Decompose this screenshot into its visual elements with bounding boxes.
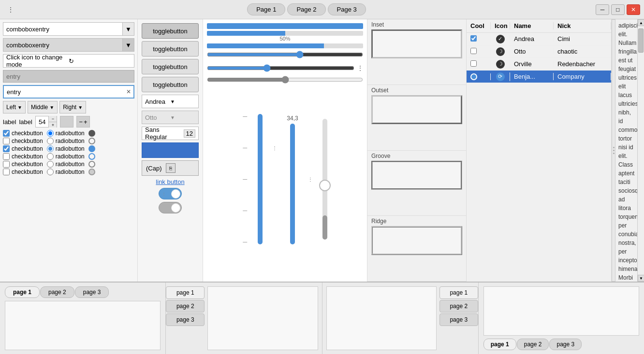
checkbox-1-label[interactable]: checkbutton [3, 138, 43, 144]
spin-up-button[interactable]: + [49, 122, 57, 127]
close-button[interactable]: ✕ [627, 4, 640, 15]
combo-andrea-arrow[interactable]: ▼ [170, 99, 195, 104]
bottom-tab2-3[interactable]: page 3 [166, 313, 205, 326]
check-radio-row-5: checkbutton radiobutton [3, 169, 134, 175]
radio-2[interactable] [47, 145, 54, 152]
resize-handle-vertical[interactable] [612, 19, 615, 282]
toggle-btn-2[interactable]: togglebutton [142, 59, 199, 74]
color-swatch1[interactable] [60, 116, 73, 127]
bottom-tab2-1[interactable]: page 1 [166, 286, 205, 299]
checkbox-3[interactable] [3, 153, 10, 160]
bottom-tab1-2[interactable]: page 2 [40, 286, 74, 298]
combo-andrea[interactable]: Andrea ▼ [142, 95, 199, 108]
table-row-0[interactable]: ✓ Andrea Cimi [467, 33, 611, 45]
table-row-3[interactable]: ⟳ Benja... Company [467, 71, 611, 83]
vslider-3-fill [322, 215, 327, 240]
checkbox-4[interactable] [3, 161, 10, 168]
slider-1[interactable] [207, 50, 363, 59]
dropdown-left-button[interactable]: Left ▼ [3, 101, 26, 113]
checkbox-1[interactable] [3, 138, 10, 144]
radio-3[interactable] [47, 153, 54, 160]
row0-cool-cb[interactable] [470, 35, 477, 42]
radio-1[interactable] [47, 138, 54, 144]
entry-clear-button[interactable]: ✕ [124, 86, 133, 98]
slider-handle-icon: ⋮ [357, 65, 363, 71]
checkbox-3-label[interactable]: checkbutton [3, 153, 43, 160]
groove-label: Groove [371, 153, 462, 159]
checkbox-0[interactable] [3, 130, 10, 137]
combo1-arrow-button[interactable]: ▼ [123, 22, 134, 36]
col-nick-header: Nick [554, 22, 611, 29]
spin-down-button[interactable]: − [49, 116, 57, 122]
radio-5-label[interactable]: radiobutton [47, 169, 85, 175]
radio-3-label[interactable]: radiobutton [47, 153, 85, 160]
checkbox-2-label[interactable]: checkbutton [3, 145, 43, 152]
toggle-btn-3[interactable]: togglebutton [142, 77, 199, 92]
checkbox-5[interactable] [3, 169, 10, 175]
restore-button[interactable]: □ [611, 4, 625, 15]
checkbox-4-label[interactable]: checkbutton [3, 161, 43, 168]
table-row-2[interactable]: ☽ Orville Redenbacher [467, 58, 611, 71]
bottom-tab3-3[interactable]: page 3 [439, 313, 478, 326]
blue-entry-input[interactable] [4, 88, 124, 96]
bottom-tab4-2[interactable]: page 2 [517, 339, 549, 350]
scrollbar-thumb[interactable] [638, 28, 644, 53]
row1-nick: chaotic [554, 48, 611, 55]
bottom-tab4-1[interactable]: page 1 [483, 339, 516, 350]
titlebar-tab-3[interactable]: Page 3 [328, 3, 366, 15]
bottom-tab2-2[interactable]: page 2 [166, 300, 205, 312]
groove-box [371, 161, 462, 190]
row3-nick: Company [554, 73, 611, 80]
combo1-input[interactable] [3, 22, 123, 36]
vslider-handle2[interactable]: ⋮ [308, 177, 313, 182]
slider-2[interactable] [207, 64, 354, 72]
bottom-tab3-1[interactable]: page 1 [439, 286, 478, 299]
scrollbar-down-button[interactable]: ▼ [638, 275, 644, 282]
row2-icon-shape: ☽ [496, 60, 505, 69]
checkbox-5-label[interactable]: checkbutton [3, 169, 43, 175]
radio-0-label[interactable]: radiobutton [47, 130, 85, 137]
toggle-switch-on[interactable]: ⋮ [159, 188, 182, 199]
bottom-tab1-1[interactable]: page 1 [5, 286, 40, 298]
dropdown-right-button[interactable]: Right ▼ [59, 101, 86, 113]
row2-cool-cb[interactable] [470, 60, 477, 67]
link-button[interactable]: link button [142, 178, 199, 185]
radio-0[interactable] [47, 130, 54, 137]
bottom-tab3-2[interactable]: page 2 [439, 300, 478, 312]
dropdown-middle-button[interactable]: Middle ▼ [28, 101, 58, 113]
bottom-tab1-3[interactable]: page 3 [75, 286, 109, 298]
combo-otto[interactable]: Otto ▼ [142, 111, 199, 124]
cap-button[interactable]: (Cap) ⎘ [142, 160, 199, 176]
row1-cool-cb[interactable] [470, 48, 477, 54]
toggle-switch-off[interactable] [159, 202, 182, 213]
toggle-btn-1[interactable]: togglebutton [142, 41, 199, 57]
table-row-1[interactable]: ☽ Otto chaotic [467, 45, 611, 58]
scrollbar-track[interactable] [638, 26, 644, 275]
radio-4[interactable] [47, 161, 54, 168]
text-section: adipiscing elit.Nullam fringilla, est ut… [615, 19, 637, 282]
bottom-tab4-3[interactable]: page 3 [549, 339, 582, 350]
checkbox-0-label[interactable]: checkbutton [3, 130, 43, 137]
vslider-knob[interactable] [319, 180, 331, 191]
scrollbar-up-button[interactable]: ▲ [638, 19, 644, 26]
label-spin-row: label label 54 − + − + [3, 116, 134, 127]
combo2-arrow-button[interactable]: ▼ [123, 38, 134, 52]
radio-2-label[interactable]: radiobutton [47, 145, 85, 152]
checkbox-2[interactable] [3, 145, 10, 152]
slider-3[interactable] [207, 75, 363, 84]
vslider-handle[interactable]: ⋮ [272, 145, 277, 151]
color-swatch2[interactable]: − + [76, 116, 89, 127]
radio-5[interactable] [47, 169, 54, 175]
menu-dots-button[interactable]: ⋮ [4, 4, 17, 15]
minimize-button[interactable]: ─ [596, 4, 609, 15]
radio-4-label[interactable]: radiobutton [47, 161, 85, 168]
toggle-btn-0[interactable]: togglebutton [142, 23, 199, 39]
mode-icon-button[interactable]: ↻ [69, 57, 131, 65]
combo2-input[interactable] [3, 38, 123, 52]
titlebar-tab-2[interactable]: Page 2 [287, 3, 325, 15]
radio-1-label[interactable]: radiobutton [47, 138, 85, 144]
color-button[interactable] [142, 142, 199, 158]
combo-otto-arrow[interactable]: ▼ [170, 115, 195, 120]
titlebar-tab-1[interactable]: Page 1 [247, 3, 285, 15]
inset-label: Inset [371, 21, 462, 28]
